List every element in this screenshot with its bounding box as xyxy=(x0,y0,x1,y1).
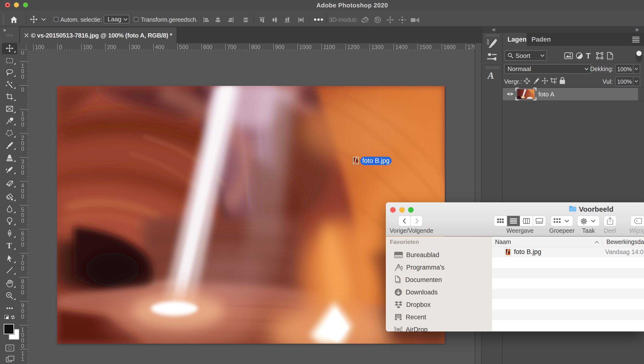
svg-text:1700: 1700 xyxy=(468,44,475,50)
svg-text:1200: 1200 xyxy=(347,44,359,50)
svg-text:0: 0 xyxy=(21,86,24,93)
svg-text:0: 0 xyxy=(21,194,24,200)
svg-text:400: 400 xyxy=(155,44,164,50)
svg-text:0: 0 xyxy=(21,218,24,224)
svg-text:100: 100 xyxy=(83,44,92,50)
svg-text:1300: 1300 xyxy=(371,44,384,50)
svg-text:1400: 1400 xyxy=(395,44,408,50)
svg-text:900: 900 xyxy=(275,44,284,50)
svg-text:1500: 1500 xyxy=(419,44,432,50)
svg-text:800: 800 xyxy=(251,44,260,50)
svg-text:1000: 1000 xyxy=(299,44,312,50)
svg-text:0: 0 xyxy=(21,266,24,272)
svg-text:100: 100 xyxy=(35,44,44,50)
svg-text:1: 1 xyxy=(21,356,24,362)
svg-text:300: 300 xyxy=(131,44,140,50)
svg-text:0: 0 xyxy=(21,74,24,80)
svg-text:0: 0 xyxy=(21,242,24,248)
svg-text:1100: 1100 xyxy=(323,44,335,50)
svg-text:600: 600 xyxy=(203,44,212,50)
svg-text:700: 700 xyxy=(227,44,236,50)
svg-text:0: 0 xyxy=(21,146,24,152)
svg-text:500: 500 xyxy=(179,44,188,50)
svg-text:1600: 1600 xyxy=(443,44,456,50)
svg-text:0: 0 xyxy=(21,170,24,176)
svg-text:200: 200 xyxy=(107,44,116,50)
svg-text:0: 0 xyxy=(21,314,24,320)
svg-text:0: 0 xyxy=(21,122,24,128)
svg-text:0: 0 xyxy=(59,44,62,50)
svg-text:0: 0 xyxy=(21,343,24,349)
svg-text:0: 0 xyxy=(21,290,24,296)
